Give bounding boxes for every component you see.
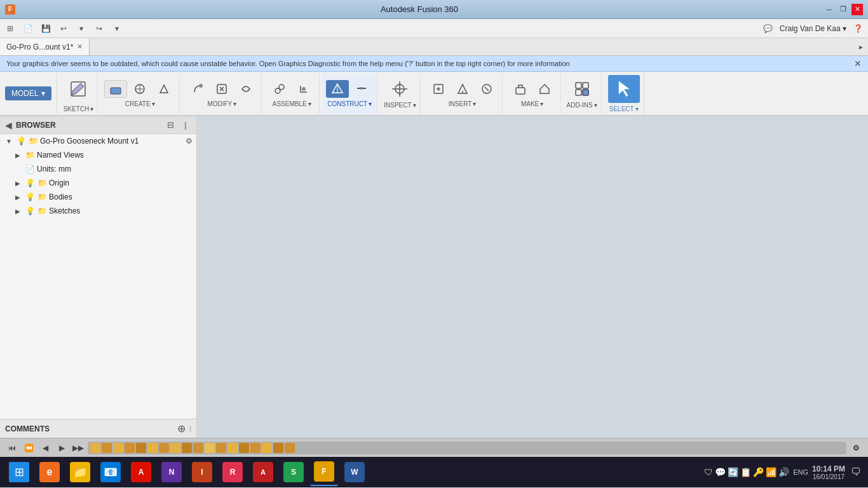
taskbar-ie[interactable]: e: [36, 458, 64, 486]
create-btn-1[interactable]: [104, 80, 127, 98]
timeline-next-step-button[interactable]: ▶▶: [71, 441, 85, 455]
taskbar-fusion[interactable]: F: [310, 458, 338, 486]
tab-expand-icon[interactable]: ▸: [854, 43, 868, 51]
tree-units[interactable]: 📄 Units: mm: [0, 162, 196, 176]
modify-btn-3[interactable]: [234, 80, 257, 98]
sketches-light-icon: 💡: [25, 206, 35, 216]
bodies-expand-icon[interactable]: ▶: [13, 192, 23, 202]
browser-resize-icon[interactable]: |: [180, 119, 191, 131]
svg-rect-25: [583, 90, 588, 95]
timeline-item: [113, 443, 123, 453]
grid-icon[interactable]: ⊞: [4, 22, 17, 35]
sketches-expand-icon[interactable]: ▶: [13, 206, 23, 216]
app-icon-2: 🔑: [753, 467, 764, 477]
tree-root[interactable]: ▼ 💡 📁 Go-Pro Gooseneck Mount v1 ⚙: [0, 134, 196, 148]
minimize-button[interactable]: ─: [824, 4, 835, 15]
root-expand-icon[interactable]: ▼: [4, 136, 14, 146]
tree-origin[interactable]: ▶ 💡 📁 Origin: [0, 176, 196, 190]
make-btn-2[interactable]: [533, 80, 556, 98]
taskbar-autocad[interactable]: A: [249, 458, 277, 486]
undo-dropdown-icon[interactable]: ▾: [75, 22, 88, 35]
taskbar-app5[interactable]: I: [188, 458, 216, 486]
timeline-play-button[interactable]: ▶: [55, 441, 69, 455]
app-title: Autodesk Fusion 360: [15, 4, 824, 14]
sketches-label: Sketches: [49, 207, 193, 215]
taskbar-app6[interactable]: R: [219, 458, 247, 486]
tree-sketches[interactable]: ▶ 💡 📁 Sketches: [0, 204, 196, 218]
browser-options-icon[interactable]: ⊟: [165, 119, 176, 131]
comments-resize-icon[interactable]: |: [189, 425, 191, 432]
timeline-prev-step-button[interactable]: ◀: [38, 441, 52, 455]
browser-header: ◀ BROWSER ⊟ |: [0, 116, 196, 134]
comments-add-icon[interactable]: ⊕: [177, 423, 186, 435]
taskbar-acrobat[interactable]: A: [127, 458, 155, 486]
timeline-item: [285, 443, 295, 453]
create-btn-2[interactable]: [128, 80, 151, 98]
timeline-track[interactable]: [88, 442, 846, 454]
make-btn-1[interactable]: [509, 80, 532, 98]
modify-btn-2[interactable]: [210, 80, 233, 98]
language-indicator[interactable]: ENG: [793, 468, 808, 476]
timeline-item: [170, 443, 180, 453]
timeline-prev-button[interactable]: ⏪: [22, 441, 36, 455]
restore-button[interactable]: ❐: [837, 4, 849, 15]
assemble-label: ASSEMBLE ▾: [273, 100, 311, 107]
root-settings-icon[interactable]: ⚙: [186, 137, 193, 146]
root-folder-icon: 📁: [28, 136, 38, 146]
select-label: SELECT ▾: [609, 105, 639, 112]
model-selector[interactable]: MODEL ▾: [5, 86, 51, 100]
create-btn-3[interactable]: [153, 80, 175, 98]
inspect-btn[interactable]: [386, 79, 414, 99]
addins-btn[interactable]: [568, 79, 596, 99]
active-tab[interactable]: Go-Pro G...ount v1* ✕: [0, 38, 90, 55]
browser-collapse-icon[interactable]: ◀: [5, 120, 12, 130]
undo-icon[interactable]: ↩: [57, 22, 70, 35]
taskbar-onenote[interactable]: N: [158, 458, 186, 486]
sketch-button[interactable]: [64, 75, 92, 103]
tab-close-button[interactable]: ✕: [77, 43, 83, 51]
construct-btn-1[interactable]: [326, 80, 349, 98]
taskbar-sketchup[interactable]: S: [280, 458, 308, 486]
origin-expand-icon[interactable]: ▶: [13, 178, 23, 188]
redo-icon[interactable]: ↪: [93, 22, 105, 35]
svg-point-6: [199, 84, 203, 88]
construct-btn-2[interactable]: [350, 80, 373, 98]
insert-btn-1[interactable]: [427, 80, 450, 98]
root-light-icon: 💡: [16, 136, 26, 146]
timeline-item: [262, 443, 272, 453]
select-button[interactable]: [608, 75, 640, 103]
timeline-start-button[interactable]: ⏮: [5, 441, 19, 455]
modify-label: MODIFY ▾: [207, 100, 236, 107]
close-button[interactable]: ✕: [851, 4, 863, 15]
timeline-item: [147, 443, 158, 453]
browser-title: BROWSER: [16, 121, 161, 130]
taskbar-outlook[interactable]: 📧: [97, 458, 125, 486]
insert-btn-2[interactable]: [451, 80, 474, 98]
start-button[interactable]: [5, 458, 33, 486]
browser-tree: ▼ 💡 📁 Go-Pro Gooseneck Mount v1 ⚙ ▶ 📁 Na…: [0, 134, 196, 218]
timeline-settings-icon[interactable]: ⚙: [849, 441, 863, 455]
timeline-item: [90, 443, 100, 453]
save-icon[interactable]: 💾: [39, 22, 52, 35]
assemble-btn-2[interactable]: [292, 80, 315, 98]
insert-btn-3[interactable]: [475, 80, 498, 98]
notification-button[interactable]: 🗨: [849, 458, 863, 486]
assemble-btn-1[interactable]: [268, 80, 291, 98]
help-icon[interactable]: ❓: [851, 22, 864, 35]
system-clock[interactable]: 10:14 PM 16/01/2017: [812, 464, 845, 480]
taskbar-explorer[interactable]: 📁: [66, 458, 94, 486]
named-views-expand-icon[interactable]: ▶: [13, 150, 23, 160]
speaker-icon: 🔊: [778, 467, 789, 477]
origin-label: Origin: [49, 179, 193, 187]
user-name[interactable]: Craig Van De Kaa ▾: [780, 24, 846, 33]
sketchup-icon: S: [283, 462, 304, 482]
redo-dropdown-icon[interactable]: ▾: [111, 22, 123, 35]
taskbar-word[interactable]: W: [341, 458, 369, 486]
warning-close-button[interactable]: ✕: [854, 58, 862, 69]
comments-panel: COMMENTS ⊕ |: [0, 419, 197, 438]
tree-named-views[interactable]: ▶ 📁 Named Views: [0, 148, 196, 162]
modify-btn-1[interactable]: [186, 80, 209, 98]
comment-icon[interactable]: 💬: [762, 22, 775, 35]
file-icon[interactable]: 📄: [22, 22, 34, 35]
tree-bodies[interactable]: ▶ 💡 📁 Bodies: [0, 190, 196, 204]
